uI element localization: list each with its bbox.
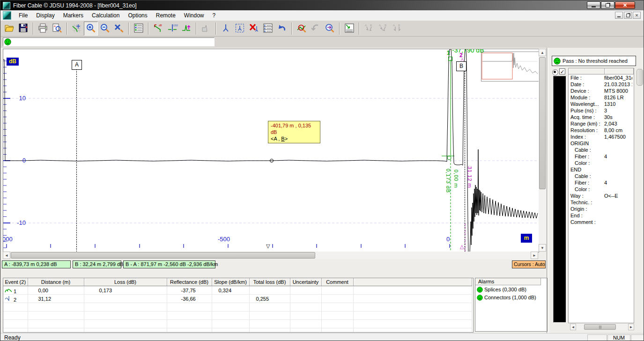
column-header[interactable]: Slope (dB/km) [212,278,249,286]
print-preview-button[interactable]: A [50,22,64,36]
results-table-button[interactable] [132,22,146,36]
info-label: Color : [569,160,604,166]
event-table-row[interactable]: 231,12-36,660,255 [3,295,472,303]
scroll-up-button[interactable]: ▲ [539,49,546,56]
panel-hscroll-thumb[interactable] [584,324,616,330]
trace-radio[interactable] [552,69,558,75]
mdi-close-button[interactable]: ✕ [633,12,641,19]
info-value [604,186,632,193]
pan-triangle-icon[interactable]: ▽ [266,243,270,249]
cursor-b-line[interactable] [465,71,465,252]
minimize-button[interactable] [587,1,600,9]
svg-text:A: A [379,24,381,27]
undo-button[interactable] [275,22,289,36]
trace-plot [3,49,539,252]
chart-hscrollbar[interactable]: ◄ ► [3,252,538,259]
menu-window[interactable]: Window [180,11,208,20]
svg-text:dB: dB [159,24,162,27]
marker-select-button[interactable] [233,22,247,36]
event-table-row[interactable]: 10,000,173-37,750,324 [3,286,472,295]
scroll-down-button[interactable]: ▼ [539,244,546,252]
info-label: Module : [569,94,604,101]
cursor-a-handle[interactable]: A [72,60,82,70]
hscroll-thumb[interactable] [11,252,315,259]
menu-items: FileDisplayMarkersCalculationOptionsRemo… [15,11,220,20]
scroll-left-button[interactable]: ◄ [570,324,576,330]
info-value: 4 [604,179,632,186]
alarm-item[interactable]: Connectors (1,000 dB) [475,293,547,301]
column-header[interactable]: Event (2) [3,278,28,286]
event-number: 2 [14,297,16,303]
app-window: Fiber Cable © JDSU 1994-2008 - [fiber004… [0,0,644,341]
scroll-right-button[interactable]: ► [531,252,538,259]
zoom-out-button[interactable] [98,22,112,36]
info-value: 8126 LR [604,94,632,101]
column-header[interactable]: Loss (dB) [84,278,167,286]
cursor-b-handle[interactable]: B [456,61,466,71]
status-message: Ready [4,334,21,341]
overview-minimap[interactable] [481,52,539,82]
column-header[interactable]: Distance (m) [28,278,84,286]
save-button[interactable] [16,22,30,36]
info-value: O<--E [604,193,632,199]
otdr-trace-chart[interactable]: dB m 10 0 -10 000 -500 0 A B 1 2 △ -37,7… [3,49,539,252]
trace-analysis-button[interactable] [295,22,309,36]
column-header[interactable]: Comment [321,278,353,286]
ab-shift-3-icon: AB [392,22,403,35]
scroll-right-button[interactable]: ► [628,324,634,330]
cursor-a-line[interactable] [76,69,77,252]
vscroll-thumb[interactable] [539,57,546,189]
info-row: Wavelengt...1310 [569,101,634,107]
column-header[interactable]: Reflectance (dB) [167,278,212,286]
restore-button[interactable] [601,1,614,9]
mdi-restore-button[interactable] [624,12,632,19]
info-row: Color : [569,160,634,166]
close-button[interactable]: ✕ [615,1,635,9]
menu-calculation[interactable]: Calculation [88,11,124,20]
info-row: Fiber :4 [569,153,634,160]
panel-divider[interactable] [547,48,549,333]
result-field[interactable] [3,37,215,46]
slope-measure-button[interactable]: dB [151,22,165,36]
cursors-mode-toggle[interactable]: Cursors : Auto [512,260,546,268]
menu-options[interactable]: Options [124,11,151,20]
svg-text:1310: 1310 [173,24,178,27]
open-button[interactable] [2,22,16,36]
menu-file[interactable]: File [15,11,32,20]
marker-list-button[interactable] [261,22,275,36]
menu-markers[interactable]: Markers [59,11,88,20]
event-1-marker[interactable]: 1 [447,50,450,56]
event-table-header[interactable]: Event (2)Distance (m)Loss (dB)Reflectanc… [3,278,472,286]
info-label: Date : [569,81,604,88]
panel-vscroll-thumb[interactable] [637,69,643,86]
save-floppy-icon [18,22,29,35]
trace-color-strip[interactable] [553,76,566,323]
panel-hscrollbar[interactable]: ◄ ► [570,324,634,330]
trace-to-table-button[interactable] [342,22,356,36]
trace-grid-view-button[interactable] [70,22,84,36]
toolbar-separator [128,22,129,35]
scroll-left-button[interactable]: ◄ [3,252,10,259]
menu-[interactable]: ? [208,11,220,20]
chart-vscrollbar[interactable]: ▲ ▼ [539,49,546,252]
alarm-pass-smiley-icon [477,287,483,293]
event-table[interactable]: Event (2)Distance (m)Loss (dB)Reflectanc… [3,278,474,333]
splice-measure-button[interactable]: 1310 [165,22,179,36]
menu-remote[interactable]: Remote [152,11,180,20]
event-cell [212,295,249,303]
reflectance-measure-button[interactable] [179,22,193,36]
time-zoom-button[interactable] [323,22,337,36]
menu-display[interactable]: Display [32,11,59,20]
mdi-child-icon[interactable] [3,11,11,20]
alarm-item[interactable]: Splices (0,300 dB) [475,285,547,293]
column-header[interactable]: Uncertainty [290,278,321,286]
mdi-minimize-button[interactable] [615,12,623,19]
zoom-reset-button[interactable] [112,22,126,36]
trace-checkbox[interactable]: ✓ [559,68,565,74]
marker-delete-button[interactable] [247,22,261,36]
marker-add-button[interactable] [219,22,233,36]
column-header[interactable]: Total loss (dB) [249,278,290,286]
zoom-in-button[interactable] [84,22,98,36]
trace-grid-icon [71,22,82,35]
print-button[interactable] [36,22,50,36]
